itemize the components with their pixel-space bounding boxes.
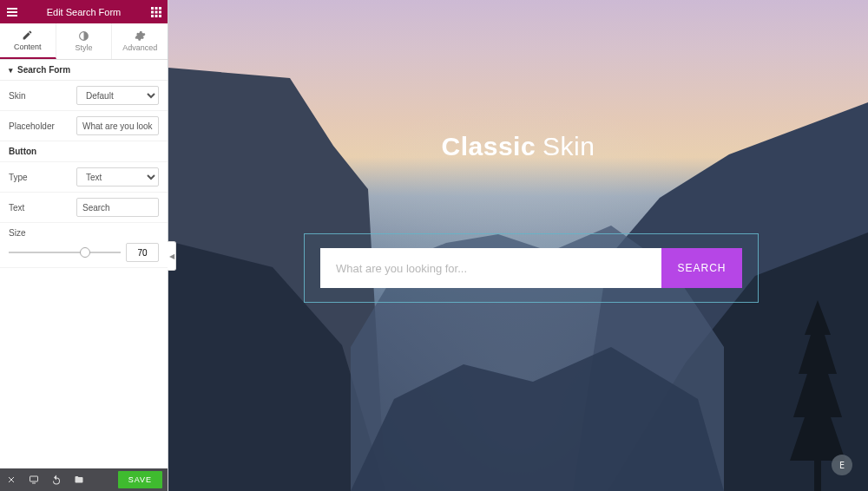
svg-rect-2 — [159, 7, 161, 10]
templates-button[interactable] — [73, 474, 85, 486]
size-number-input[interactable] — [126, 243, 159, 262]
control-type: Type Text — [0, 162, 168, 193]
svg-rect-4 — [155, 10, 157, 13]
tab-advanced-label: Advanced — [122, 43, 157, 52]
svg-rect-0 — [151, 7, 154, 10]
grid-icon — [151, 7, 161, 17]
elementor-badge[interactable]: E — [832, 455, 852, 475]
panel-collapse-handle[interactable]: ◀ — [168, 241, 176, 271]
type-label: Type — [9, 173, 69, 182]
search-form: SEARCH — [320, 248, 742, 288]
subsection-button: Button — [0, 141, 168, 162]
section-title-label: Search Form — [17, 65, 70, 75]
mountain-mid — [351, 156, 724, 491]
widgets-grid-button[interactable] — [144, 0, 168, 23]
history-button[interactable] — [50, 474, 62, 486]
close-icon — [6, 475, 16, 485]
style-icon — [78, 30, 89, 42]
search-input[interactable] — [320, 248, 661, 288]
panel-header: Edit Search Form — [0, 0, 168, 23]
type-select[interactable]: Text — [76, 167, 159, 187]
controls-area: Skin Default Placeholder Button Type Tex… — [0, 81, 168, 468]
svg-rect-5 — [159, 10, 161, 13]
svg-rect-8 — [159, 15, 161, 17]
skin-select[interactable]: Default — [76, 86, 159, 105]
svg-rect-6 — [151, 15, 154, 17]
preview-canvas: Classic Skin SEARCH E — [168, 0, 868, 491]
panel-title: Edit Search Form — [47, 7, 122, 17]
text-label: Text — [9, 203, 69, 213]
text-input[interactable] — [76, 198, 159, 217]
tab-style[interactable]: Style — [56, 23, 113, 59]
tab-style-label: Style — [76, 43, 93, 52]
tab-content[interactable]: Content — [0, 23, 56, 59]
placeholder-label: Placeholder — [9, 121, 69, 131]
control-size: Size — [0, 223, 168, 268]
editor-panel: Edit Search Form Content Style Advanced … — [0, 0, 168, 491]
hamburger-menu-button[interactable] — [0, 0, 23, 23]
placeholder-input[interactable] — [76, 116, 159, 135]
control-text: Text — [0, 193, 168, 223]
folder-icon — [74, 475, 84, 485]
canvas-heading-bold: Classic — [442, 132, 536, 161]
tab-advanced[interactable]: Advanced — [112, 23, 168, 59]
elementor-badge-label: E — [839, 461, 845, 470]
save-button[interactable]: SAVE — [118, 471, 162, 488]
gear-icon — [135, 30, 146, 42]
canvas-heading: Classic Skin — [442, 132, 595, 161]
panel-tabs: Content Style Advanced — [0, 23, 168, 60]
search-widget-selection[interactable]: SEARCH — [304, 233, 759, 303]
canvas-heading-light: Skin — [542, 132, 595, 161]
control-placeholder: Placeholder — [0, 111, 168, 141]
monitor-icon — [29, 475, 39, 485]
svg-rect-10 — [814, 461, 821, 491]
svg-rect-1 — [155, 7, 157, 10]
size-label: Size — [9, 228, 159, 238]
close-button[interactable] — [5, 474, 17, 486]
panel-footer: SAVE — [0, 468, 168, 491]
responsive-button[interactable] — [28, 474, 40, 486]
pencil-icon — [22, 29, 33, 41]
control-skin: Skin Default — [0, 81, 168, 111]
svg-rect-7 — [155, 15, 157, 17]
search-button[interactable]: SEARCH — [661, 248, 742, 288]
section-toggle-search-form[interactable]: Search Form — [0, 60, 168, 81]
tab-content-label: Content — [14, 43, 42, 51]
svg-rect-3 — [151, 10, 154, 13]
svg-rect-9 — [30, 476, 38, 481]
undo-icon — [51, 475, 62, 485]
skin-label: Skin — [9, 91, 69, 101]
size-slider[interactable] — [9, 252, 121, 253]
